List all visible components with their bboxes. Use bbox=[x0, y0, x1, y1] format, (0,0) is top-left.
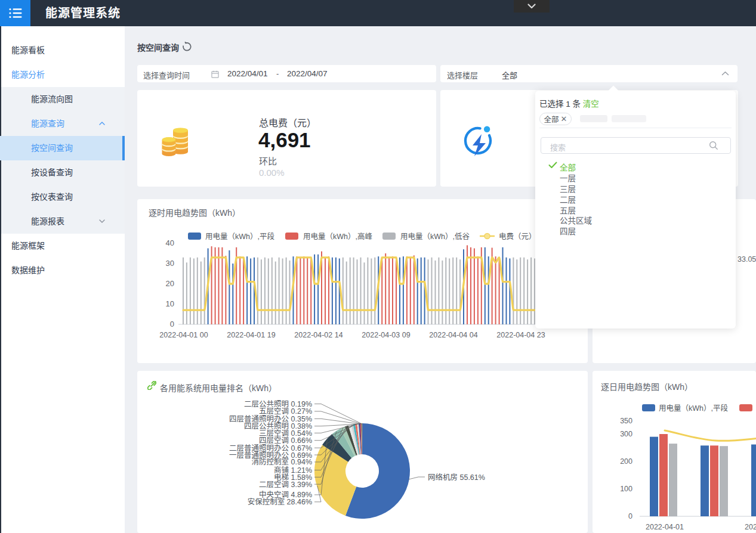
svg-text:2022-04-01 00: 2022-04-01 00 bbox=[159, 331, 208, 339]
svg-text:二层空调 3.39%: 二层空调 3.39% bbox=[259, 481, 312, 489]
svg-text:2022-04-01 19: 2022-04-01 19 bbox=[227, 331, 275, 339]
svg-text:10: 10 bbox=[166, 299, 174, 308]
svg-text:2022-04-03: 2022-04-03 bbox=[745, 523, 756, 531]
svg-text:0: 0 bbox=[628, 512, 632, 520]
svg-text:40: 40 bbox=[166, 238, 174, 247]
svg-text:2022-04-04 04: 2022-04-04 04 bbox=[429, 331, 477, 339]
svg-text:300: 300 bbox=[620, 430, 632, 438]
svg-text:2022-04-03 09: 2022-04-03 09 bbox=[362, 331, 410, 339]
svg-text:30: 30 bbox=[166, 259, 174, 268]
svg-text:消防控制室 0.94%: 消防控制室 0.94% bbox=[252, 457, 312, 466]
svg-text:2022-04-02 14: 2022-04-02 14 bbox=[294, 331, 342, 339]
svg-text:2022-04-04 23: 2022-04-04 23 bbox=[496, 331, 545, 339]
svg-text:0: 0 bbox=[170, 320, 174, 329]
svg-text:200: 200 bbox=[620, 457, 632, 466]
svg-text:20: 20 bbox=[166, 279, 174, 288]
svg-text:350: 350 bbox=[620, 417, 632, 425]
svg-text:安保控制室 28.46%: 安保控制室 28.46% bbox=[248, 497, 312, 506]
svg-text:2022-04-01: 2022-04-01 bbox=[646, 523, 684, 531]
svg-text:100: 100 bbox=[620, 485, 632, 493]
svg-text:网络机房 55.61%: 网络机房 55.61% bbox=[428, 473, 485, 482]
